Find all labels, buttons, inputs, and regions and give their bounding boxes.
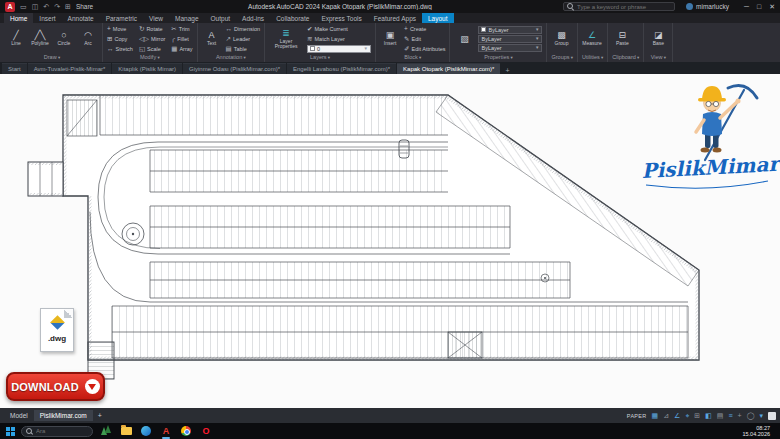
- isolate-objects-icon[interactable]: ◯: [747, 408, 755, 423]
- dimension-tool[interactable]: ↔Dimension: [226, 24, 260, 33]
- signed-in-user[interactable]: mimarlucky: [686, 3, 729, 10]
- copy-tool[interactable]: ⊞Copy: [107, 34, 133, 43]
- file-tab-engelli-lavabosu[interactable]: Engelli Lavabosu (PislikMimar.com)*: [287, 63, 396, 74]
- annotation-scale-icon[interactable]: +: [738, 408, 742, 423]
- file-tab-giyinme-odasi[interactable]: Giyinme Odası (PislikMimar.com)*: [183, 63, 286, 74]
- workspace-switching-icon[interactable]: ▾: [759, 408, 763, 423]
- autocad-app-icon[interactable]: A: [5, 2, 15, 12]
- file-explorer-icon[interactable]: [119, 424, 133, 438]
- widgets-icon[interactable]: [99, 424, 113, 438]
- new-drawing-tab-button[interactable]: +: [501, 67, 513, 74]
- help-search-box[interactable]: [563, 2, 675, 11]
- file-tab-avm-tuvaleti[interactable]: Avm-Tuvaleti-Pislik-Mimar*: [28, 63, 112, 74]
- share-button[interactable]: Share: [76, 3, 93, 10]
- file-tab-kapak-otopark[interactable]: Kapak Otopark (PislikMimar.com)*: [397, 63, 500, 74]
- group-tool[interactable]: ▩ Group: [551, 24, 571, 53]
- undo-icon[interactable]: ↶: [43, 0, 49, 13]
- linetype-dropdown[interactable]: ByLayer ▼: [478, 35, 542, 43]
- selection-cycling-icon[interactable]: ≡: [728, 408, 732, 423]
- layer-dropdown[interactable]: 0 ▼: [307, 45, 371, 53]
- insert-block-tool[interactable]: ▣ Insert: [380, 24, 400, 53]
- polar-tracking-icon[interactable]: ⊞: [694, 408, 700, 423]
- object-snap-icon[interactable]: ⌖: [685, 408, 689, 423]
- tab-output[interactable]: Output: [205, 13, 237, 23]
- snap-mode-icon[interactable]: ⊿: [663, 408, 669, 423]
- edit-block-tool[interactable]: ✎Edit: [404, 34, 445, 43]
- leader-tool[interactable]: ↗Leader: [226, 34, 260, 43]
- panel-clipboard-label[interactable]: Clipboard: [612, 53, 639, 62]
- paste-tool[interactable]: ⊟ Paste: [612, 24, 632, 53]
- chrome-icon[interactable]: [179, 424, 193, 438]
- scale-tool[interactable]: ◱Scale: [139, 44, 165, 53]
- minimize-button[interactable]: ─: [744, 3, 749, 11]
- opera-icon[interactable]: O: [199, 424, 213, 438]
- tab-collaborate[interactable]: Collaborate: [270, 13, 315, 23]
- transparency-icon[interactable]: ▤: [717, 408, 724, 423]
- dwg-file-icon[interactable]: .dwg: [40, 308, 74, 352]
- file-tab-start[interactable]: Start: [2, 63, 27, 74]
- lineweight-icon[interactable]: ◧: [705, 408, 712, 423]
- panel-annotation-label[interactable]: Annotation: [202, 53, 260, 62]
- paper-space-toggle[interactable]: PAPER: [627, 413, 647, 419]
- stretch-tool[interactable]: ↔Stretch: [107, 44, 133, 53]
- new-layout-button[interactable]: +: [93, 412, 107, 419]
- autocad-taskbar-icon[interactable]: A: [159, 424, 173, 438]
- tab-featured-apps[interactable]: Featured Apps: [368, 13, 422, 23]
- object-color-dropdown[interactable]: ByLayer ▼: [478, 26, 542, 34]
- tab-addins[interactable]: Add-ins: [236, 13, 270, 23]
- tab-express-tools[interactable]: Express Tools: [315, 13, 367, 23]
- fillet-tool[interactable]: ╭Fillet: [171, 34, 192, 43]
- tab-parametric[interactable]: Parametric: [100, 13, 143, 23]
- match-properties-tool[interactable]: ▧: [454, 24, 474, 53]
- create-block-tool[interactable]: +Create: [404, 24, 445, 33]
- panel-draw-label[interactable]: Draw: [6, 53, 98, 62]
- panel-modify-label[interactable]: Modify: [107, 53, 193, 62]
- panel-layers-label[interactable]: Layers: [269, 53, 371, 62]
- redo-icon[interactable]: ↷: [54, 0, 60, 13]
- match-layer-tool[interactable]: ≋Match Layer: [307, 35, 371, 44]
- layer-properties-tool[interactable]: ≣ Layer Properties: [269, 24, 303, 53]
- start-button[interactable]: [6, 427, 15, 436]
- taskbar-search-input[interactable]: [36, 428, 88, 434]
- customization-icon[interactable]: [768, 412, 776, 420]
- help-search-input[interactable]: [577, 4, 671, 10]
- plot-icon[interactable]: ⊞: [65, 0, 71, 13]
- array-tool[interactable]: ▦Array: [171, 44, 192, 53]
- edit-attributes-tool[interactable]: ✐Edit Attributes: [404, 44, 445, 53]
- rotate-tool[interactable]: ↻Rotate: [139, 24, 165, 33]
- panel-view-label[interactable]: View: [648, 53, 668, 62]
- mirror-tool[interactable]: ◁▷Mirror: [139, 34, 165, 43]
- layout-tab-pislikmimar[interactable]: PislikMimar.com: [34, 410, 93, 421]
- close-button[interactable]: ✕: [769, 3, 775, 11]
- tab-insert[interactable]: Insert: [33, 13, 61, 23]
- download-button[interactable]: DOWNLOAD: [6, 372, 105, 401]
- make-current-tool[interactable]: ✔Make Current: [307, 25, 371, 34]
- polyline-tool[interactable]: ╱╲ Polyline: [30, 24, 50, 53]
- arc-tool[interactable]: ◠ Arc: [78, 24, 98, 53]
- table-tool[interactable]: ▤Table: [226, 44, 260, 53]
- taskbar-search[interactable]: [21, 426, 93, 437]
- new-file-icon[interactable]: ▭: [20, 0, 27, 13]
- lineweight-dropdown[interactable]: ByLayer ▼: [478, 44, 542, 52]
- base-view-tool[interactable]: ◪ Base: [648, 24, 668, 53]
- tab-view[interactable]: View: [143, 13, 169, 23]
- grid-display-icon[interactable]: ▦: [652, 408, 659, 423]
- panel-groups-label[interactable]: Groups: [551, 53, 573, 62]
- trim-tool[interactable]: ✂Trim: [171, 24, 192, 33]
- tab-home[interactable]: Home: [4, 13, 33, 23]
- save-icon[interactable]: ◫: [32, 0, 39, 13]
- panel-block-label[interactable]: Block: [380, 53, 445, 62]
- taskbar-clock[interactable]: 08:27 15.04.2026: [742, 425, 774, 438]
- edge-icon[interactable]: [139, 424, 153, 438]
- tab-manage[interactable]: Manage: [169, 13, 205, 23]
- drawing-area[interactable]: PislikMimar .dwg DOWNLOAD: [0, 74, 780, 408]
- panel-utilities-label[interactable]: Utilities: [582, 53, 603, 62]
- panel-properties-label[interactable]: Properties: [454, 53, 542, 62]
- tab-layout[interactable]: Layout: [422, 13, 454, 23]
- model-tab[interactable]: Model: [4, 412, 34, 419]
- maximize-button[interactable]: □: [757, 3, 761, 11]
- line-tool[interactable]: ╱ Line: [6, 24, 26, 53]
- measure-tool[interactable]: ∠ Measure: [582, 24, 602, 53]
- file-tab-kitaplik[interactable]: Kitaplık (Pislik Mimar): [112, 63, 182, 74]
- tab-annotate[interactable]: Annotate: [62, 13, 100, 23]
